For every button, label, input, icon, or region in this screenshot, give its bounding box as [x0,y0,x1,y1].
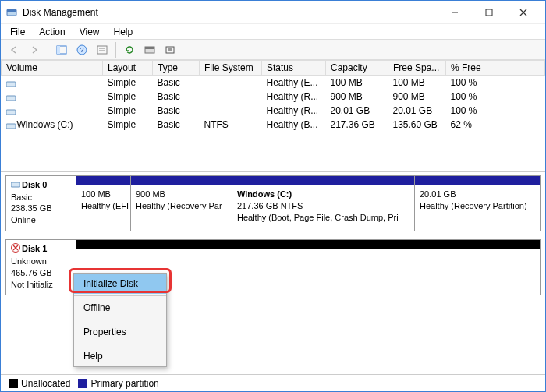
legend-unallocated-label: Unallocated [21,378,70,389]
manage-button[interactable] [161,41,179,58]
back-button[interactable] [5,41,23,58]
svg-text:?: ? [80,46,83,54]
col-pctfree[interactable]: % Free [446,61,545,76]
partition-color-bar [76,176,130,185]
svg-rect-10 [98,46,107,54]
svg-rect-16 [168,48,172,51]
cell-free: 135.60 GB [388,118,446,132]
legend: Unallocated Primary partition [1,374,545,391]
ctx-help[interactable]: Help [74,346,166,366]
cell-free: 20.01 GB [388,104,446,118]
help-button[interactable]: ? [73,41,90,58]
cell-fs [200,76,262,90]
volume-row[interactable]: Windows (C:) Simple Basic NTFS Healthy (… [2,118,545,132]
cell-free: 900 MB [388,90,446,104]
disk0-part-windows[interactable]: Windows (C:) 217.36 GB NTFS Healthy (Boo… [232,176,415,231]
disk0-header[interactable]: Disk 0 Basic 238.35 GB Online [6,176,76,231]
window-title: Disk Management [23,7,438,18]
col-filesystem[interactable]: File System [200,61,262,76]
disk0-part-recovery2[interactable]: 20.01 GB Healthy (Recovery Partition) [415,176,540,231]
cell-layout: Simple [103,90,153,104]
disk-icon [11,180,20,192]
legend-primary-label: Primary partition [90,378,158,389]
forward-button[interactable] [26,41,43,58]
ctx-offline[interactable]: Offline [74,298,166,318]
disk1-header[interactable]: Disk 1 Unknown 465.76 GB Not Initializ [6,240,76,295]
disk0-part-efi[interactable]: 100 MB Healthy (EFI S [76,176,131,231]
col-layout[interactable]: Layout [103,61,153,76]
legend-swatch-primary [78,379,87,388]
toolbar-separator [48,42,48,58]
cell-layout: Simple [103,118,153,132]
cell-status: Healthy (E... [262,76,326,90]
cell-fs: NTFS [200,118,262,132]
disk1-size: 465.76 GB [11,267,71,279]
cell-layout: Simple [103,104,153,118]
cell-capacity: 217.36 GB [326,118,388,132]
cell-pct: 100 % [446,76,545,90]
disk1-state: Not Initializ [11,279,71,291]
volume-row[interactable]: Simple Basic Healthy (R... 900 MB 900 MB… [2,90,545,104]
volume-name: Windows (C:) [17,119,73,130]
rescan-disks-button[interactable] [141,41,158,58]
menu-action[interactable]: Action [33,26,71,38]
volume-list-pane: Volume Layout Type File System Status Ca… [1,60,545,172]
part-size: 20.01 GB [420,189,535,200]
part-title: Windows (C:) [237,189,410,200]
show-hide-console-button[interactable] [53,41,70,58]
partition-color-bar [76,240,540,249]
disk0-size: 238.35 GB [11,203,71,214]
disk1-type: Unknown [11,256,71,267]
menu-view[interactable]: View [73,26,106,38]
disk1-title: Disk 1 [22,244,47,253]
settings-button[interactable] [94,41,111,58]
disk0-type: Basic [11,192,71,203]
part-status: Healthy (Boot, Page File, Crash Dump, Pr… [237,212,410,224]
ctx-separator [74,320,166,320]
col-freespace[interactable]: Free Spa... [388,61,446,76]
disk0-title: Disk 0 [22,180,47,189]
toolbar: ? [1,40,545,60]
cell-type: Basic [153,76,200,90]
refresh-button[interactable] [121,41,138,58]
maximize-button[interactable] [472,2,506,23]
part-status: Healthy (Recovery Par [136,200,227,212]
disk-context-menu: Initialize Disk Offline Properties Help [73,273,167,367]
svg-rect-7 [57,46,60,54]
cell-status: Healthy (R... [262,90,326,104]
menu-file[interactable]: File [4,26,31,38]
ctx-properties[interactable]: Properties [74,322,166,342]
menubar: File Action View Help [1,24,545,40]
minimize-button[interactable] [438,2,472,23]
part-size: 900 MB [136,189,227,200]
cell-type: Basic [153,90,200,104]
partition-color-bar [131,176,232,185]
disk0-state: Online [11,214,71,226]
part-size: 217.36 GB NTFS [237,200,410,212]
toolbar-separator [115,42,116,58]
disk0-part-recovery1[interactable]: 900 MB Healthy (Recovery Par [131,176,232,231]
titlebar: Disk Management [1,1,545,24]
ctx-initialize-disk[interactable]: Initialize Disk [74,274,166,294]
col-capacity[interactable]: Capacity [326,61,388,76]
menu-help[interactable]: Help [108,26,140,38]
svg-rect-19 [6,110,16,115]
disk-warning-icon [11,243,20,256]
volume-table[interactable]: Volume Layout Type File System Status Ca… [1,60,545,132]
volume-row[interactable]: Simple Basic Healthy (R... 20.01 GB 20.0… [2,104,545,118]
cell-status: Healthy (B... [262,118,326,132]
col-type[interactable]: Type [153,61,200,76]
legend-swatch-unallocated [9,379,18,388]
partition-color-bar [232,176,414,185]
close-button[interactable] [506,2,541,23]
volume-icon [6,79,16,87]
svg-rect-14 [145,47,154,49]
disk0-row[interactable]: Disk 0 Basic 238.35 GB Online 100 MB Hea… [5,175,541,231]
col-status[interactable]: Status [262,61,326,76]
partition-color-bar [415,176,540,185]
volume-row[interactable]: Simple Basic Healthy (E... 100 MB 100 MB… [2,76,545,90]
cell-type: Basic [153,104,200,118]
part-size: 100 MB [81,189,126,200]
col-volume[interactable]: Volume [2,61,103,76]
cell-capacity: 20.01 GB [326,104,388,118]
